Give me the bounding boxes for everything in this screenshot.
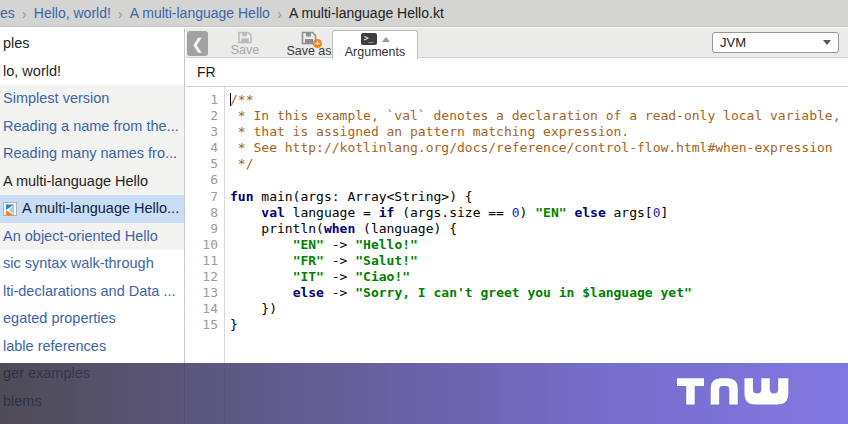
plus-badge-icon: + — [313, 39, 322, 48]
sidebar-item-label: An object-oriented Hello — [3, 223, 158, 251]
sidebar-item-label: lo, world! — [3, 58, 61, 86]
code-line: }) — [230, 301, 848, 317]
save-button[interactable]: Save — [214, 29, 276, 57]
sidebar-item[interactable]: lo, world! — [0, 58, 184, 86]
save-as-label: Save as — [286, 45, 331, 57]
code-line: */ — [230, 156, 848, 172]
sidebar-item[interactable]: ger examples — [0, 360, 184, 388]
kotlin-web-ide: es›Hello, world!›A multi-language Hello›… — [0, 0, 848, 424]
code-editor: 123456789101112131415 /** * In this exam… — [186, 87, 848, 424]
breadcrumb-item[interactable]: Hello, world! — [34, 5, 111, 21]
sidebar-item[interactable]: A multi-language Hello... — [0, 195, 184, 223]
line-number: 6 — [186, 172, 218, 188]
code-line: "IT" -> "Ciao!" — [230, 269, 848, 285]
sidebar-item-label: A multi-language Hello — [3, 168, 148, 196]
sidebar-item[interactable]: egated properties — [0, 305, 184, 333]
code-content[interactable]: /** * In this example, `val` denotes a d… — [225, 87, 848, 424]
code-line: /** — [230, 92, 848, 108]
line-number: 1 — [186, 92, 218, 108]
line-number: 7 — [186, 189, 218, 205]
save-as-button[interactable]: + Save as — [278, 29, 340, 57]
sidebar-item[interactable]: sic syntax walk-through — [0, 250, 184, 278]
breadcrumb-item: A multi-language Hello.kt — [289, 5, 444, 21]
editor-panel: ❮ Save + Save — [186, 28, 848, 424]
line-number: 15 — [186, 317, 218, 333]
breadcrumb-item[interactable]: es — [0, 5, 15, 21]
sidebar-item[interactable]: A multi-language Hello — [0, 168, 184, 196]
target-platform-select[interactable]: JVM — [712, 32, 839, 53]
sidebar: pleslo, world!Simplest versionReading a … — [0, 28, 185, 424]
code-line: * that is assigned an pattern matching e… — [230, 124, 848, 140]
chevron-down-icon — [823, 40, 831, 45]
sidebar-item-label: egated properties — [3, 305, 116, 333]
code-line: * In this example, `val` denotes a decla… — [230, 108, 848, 124]
sidebar-item[interactable]: blems — [0, 388, 184, 416]
arguments-value: FR — [197, 64, 216, 80]
kotlin-file-icon — [3, 202, 17, 216]
sidebar-item[interactable]: Reading a name from the... — [0, 113, 184, 141]
save-label: Save — [231, 44, 260, 56]
line-number: 5 — [186, 156, 218, 172]
arguments-tab-label: Arguments — [345, 46, 405, 58]
sidebar-item-label: Reading a name from the... — [3, 113, 179, 141]
breadcrumb-separator-icon: › — [22, 5, 27, 22]
line-number-gutter: 123456789101112131415 — [186, 87, 225, 424]
breadcrumb-separator-icon: › — [118, 5, 123, 22]
sidebar-item[interactable]: lable references — [0, 333, 184, 361]
code-line: else -> "Sorry, I can't greet you in $la… — [230, 285, 848, 301]
target-platform-value: JVM — [720, 35, 746, 50]
line-number: 3 — [186, 124, 218, 140]
sidebar-item[interactable]: An object-oriented Hello — [0, 223, 184, 251]
code-line: "EN" -> "Hello!" — [230, 237, 848, 253]
terminal-icon: >_ — [361, 33, 377, 45]
line-number: 14 — [186, 301, 218, 317]
line-number: 13 — [186, 285, 218, 301]
code-line: val language = if (args.size == 0) "EN" … — [230, 205, 848, 221]
tab-arguments[interactable]: >_ Arguments — [332, 30, 418, 59]
sidebar-item[interactable]: ples — [0, 30, 184, 58]
code-line: println(when (language) { — [230, 221, 848, 237]
toolbar: ❮ Save + Save — [186, 28, 848, 58]
line-number: 4 — [186, 140, 218, 156]
code-line: * See http://kotlinlang.org/docs/referen… — [230, 140, 848, 156]
back-button[interactable]: ❮ — [187, 31, 208, 56]
sidebar-item-label: lable references — [3, 333, 106, 361]
code-line: ​ — [230, 172, 848, 188]
sidebar-item-label: ples — [3, 30, 30, 58]
line-number: 8 — [186, 205, 218, 221]
sidebar-item-label: Reading many names fro... — [3, 140, 177, 168]
line-number: 9 — [186, 221, 218, 237]
sidebar-item[interactable]: Simplest version — [0, 85, 184, 113]
line-number: 10 — [186, 237, 218, 253]
line-number: 12 — [186, 269, 218, 285]
sidebar-item-label: blems — [3, 388, 42, 416]
collapse-arrow-icon — [382, 37, 390, 42]
breadcrumb-item[interactable]: A multi-language Hello — [130, 5, 270, 21]
line-number: 11 — [186, 253, 218, 269]
arguments-input[interactable]: FR — [186, 58, 848, 87]
breadcrumb-separator-icon: › — [277, 5, 282, 22]
code-line: } — [230, 317, 848, 333]
code-line: "FR" -> "Salut!" — [230, 253, 848, 269]
sidebar-item[interactable]: lti-declarations and Data ... — [0, 278, 184, 306]
code-line: fun main(args: Array<String>) { — [230, 189, 848, 205]
chevron-left-icon: ❮ — [191, 35, 204, 52]
sidebar-item-label: ger examples — [3, 360, 90, 388]
sidebar-item-label: lti-declarations and Data ... — [3, 278, 175, 306]
sidebar-item-label: A multi-language Hello... — [22, 195, 179, 223]
line-number: 2 — [186, 108, 218, 124]
sidebar-item[interactable]: Reading many names fro... — [0, 140, 184, 168]
sidebar-item-label: Simplest version — [3, 85, 109, 113]
breadcrumb: es›Hello, world!›A multi-language Hello›… — [0, 0, 848, 27]
sidebar-item-label: sic syntax walk-through — [3, 250, 154, 278]
